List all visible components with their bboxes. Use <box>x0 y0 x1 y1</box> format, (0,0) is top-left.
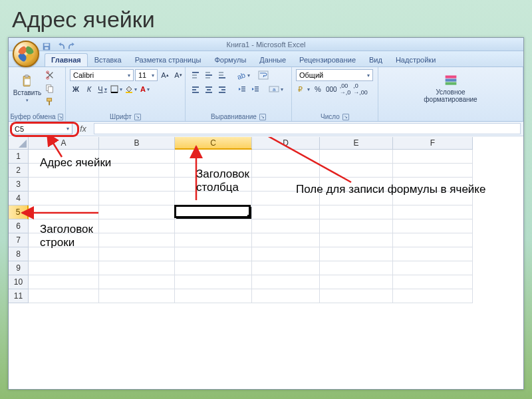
shrink-font-button[interactable]: A▾ <box>172 69 184 81</box>
cell-A11[interactable] <box>29 289 99 303</box>
align-right-button[interactable] <box>216 83 228 95</box>
font-dialog-launcher[interactable]: ↘ <box>134 114 141 120</box>
cell-A4[interactable] <box>29 192 99 205</box>
cell-F7[interactable] <box>393 233 473 247</box>
cell-D9[interactable] <box>252 261 320 275</box>
name-box[interactable]: C5 <box>11 123 72 134</box>
save-icon[interactable] <box>42 42 51 51</box>
tab-1[interactable]: Вставка <box>88 53 128 66</box>
row-headers[interactable]: 1234567891011 <box>9 150 29 389</box>
tab-3[interactable]: Формулы <box>207 53 253 66</box>
col-header-A[interactable]: A <box>29 137 99 150</box>
cell-A7[interactable] <box>29 233 99 247</box>
row-header-7[interactable]: 7 <box>9 233 29 247</box>
cell-B3[interactable] <box>99 178 175 192</box>
cell-D1[interactable] <box>252 150 320 164</box>
row-header-4[interactable]: 4 <box>9 192 29 205</box>
align-top-button[interactable] <box>190 69 201 81</box>
tab-0[interactable]: Главная <box>45 53 88 66</box>
cell-F11[interactable] <box>393 289 473 303</box>
cell-D11[interactable] <box>252 289 320 303</box>
tab-4[interactable]: Данные <box>253 53 293 66</box>
cell-B4[interactable] <box>99 192 175 205</box>
cell-A2[interactable] <box>29 164 99 178</box>
row-header-5[interactable]: 5 <box>9 205 29 219</box>
cell-F2[interactable] <box>393 164 473 178</box>
row-header-6[interactable]: 6 <box>9 219 29 233</box>
cell-D8[interactable] <box>252 247 320 261</box>
cell-E11[interactable] <box>320 289 393 303</box>
col-header-C[interactable]: C <box>175 137 252 150</box>
cell-B6[interactable] <box>99 219 175 233</box>
tab-2[interactable]: Разметка страницы <box>128 53 208 66</box>
cell-D2[interactable] <box>252 164 320 178</box>
conditional-formatting-button[interactable]: Условное форматирование <box>421 69 481 108</box>
cell-E10[interactable] <box>320 275 393 289</box>
cell-E5[interactable] <box>320 205 393 219</box>
row-header-2[interactable]: 2 <box>9 164 29 178</box>
number-dialog-launcher[interactable]: ↘ <box>342 114 349 120</box>
undo-icon[interactable] <box>55 42 65 51</box>
cell-D4[interactable] <box>252 192 320 205</box>
cell-E8[interactable] <box>320 247 393 261</box>
tab-7[interactable]: Надстройки <box>389 53 442 66</box>
copy-button[interactable] <box>44 82 56 94</box>
tab-6[interactable]: Вид <box>362 53 389 66</box>
fx-button[interactable]: fx <box>75 122 91 136</box>
cell-B5[interactable] <box>99 205 175 219</box>
cell-C11[interactable] <box>175 289 252 303</box>
cell-C4[interactable] <box>175 192 252 205</box>
orientation-button[interactable]: ab <box>236 69 251 81</box>
cell-E6[interactable] <box>320 219 393 233</box>
cell-E9[interactable] <box>320 261 393 275</box>
cell-E1[interactable] <box>320 150 393 164</box>
cell-D7[interactable] <box>252 233 320 247</box>
font-face-combo[interactable]: Calibri <box>70 69 134 81</box>
cell-F9[interactable] <box>393 261 473 275</box>
office-button[interactable] <box>13 41 39 67</box>
cell-A9[interactable] <box>29 261 99 275</box>
cell-B11[interactable] <box>99 289 175 303</box>
row-header-11[interactable]: 11 <box>9 289 29 303</box>
cell-F10[interactable] <box>393 275 473 289</box>
row-header-1[interactable]: 1 <box>9 150 29 164</box>
increase-decimal-button[interactable]: ,00→,0 <box>339 83 352 95</box>
redo-icon[interactable] <box>68 42 78 51</box>
cell-A5[interactable] <box>29 205 99 219</box>
cell-F4[interactable] <box>393 192 473 205</box>
cell-C9[interactable] <box>175 261 252 275</box>
underline-button[interactable]: Ч <box>96 83 108 95</box>
align-bottom-button[interactable] <box>216 69 228 81</box>
col-header-F[interactable]: F <box>393 137 473 150</box>
cell-A3[interactable] <box>29 178 99 192</box>
tab-5[interactable]: Рецензирование <box>293 53 362 66</box>
col-header-B[interactable]: B <box>99 137 175 150</box>
cell-B1[interactable] <box>99 150 175 164</box>
cut-button[interactable] <box>44 69 56 81</box>
border-button[interactable] <box>110 83 123 95</box>
accounting-format-button[interactable]: ₽ <box>296 83 311 95</box>
number-format-combo[interactable]: Общий <box>296 69 373 81</box>
cell-grid[interactable] <box>29 150 523 389</box>
cell-C7[interactable] <box>175 233 252 247</box>
cell-F5[interactable] <box>393 205 473 219</box>
cell-B8[interactable] <box>99 247 175 261</box>
column-headers[interactable]: ABCDEF <box>29 137 523 150</box>
cell-C10[interactable] <box>175 275 252 289</box>
align-middle-button[interactable] <box>203 69 215 81</box>
spreadsheet[interactable]: ABCDEF 1234567891011 <box>9 137 523 389</box>
bold-button[interactable]: Ж <box>70 83 82 95</box>
row-header-3[interactable]: 3 <box>9 178 29 192</box>
font-size-combo[interactable]: 11 <box>135 69 158 81</box>
cell-E2[interactable] <box>320 164 393 178</box>
align-dialog-launcher[interactable]: ↘ <box>259 114 266 120</box>
align-center-button[interactable] <box>203 83 215 95</box>
cell-B9[interactable] <box>99 261 175 275</box>
fill-color-button[interactable] <box>124 83 138 95</box>
cell-A8[interactable] <box>29 247 99 261</box>
increase-indent-button[interactable] <box>249 83 261 95</box>
cell-B2[interactable] <box>99 164 175 178</box>
format-painter-button[interactable] <box>44 96 56 108</box>
col-header-D[interactable]: D <box>252 137 320 150</box>
cell-B10[interactable] <box>99 275 175 289</box>
